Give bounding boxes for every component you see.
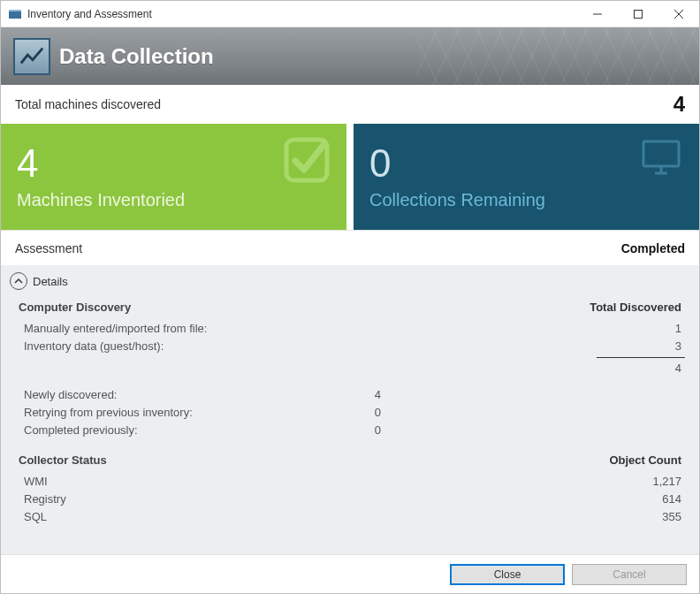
page-title: Data Collection bbox=[59, 44, 214, 69]
total-discovered-label: Total machines discovered bbox=[15, 97, 161, 111]
details-toggle[interactable] bbox=[10, 272, 27, 290]
assessment-status: Completed bbox=[621, 241, 685, 255]
tile-remaining-value: 0 bbox=[369, 144, 683, 183]
cancel-button: Cancel bbox=[572, 564, 687, 585]
tile-machines-inventoried: 4 Machines Inventoried bbox=[1, 124, 346, 230]
table-row: Manually entered/imported from file: 1 bbox=[19, 320, 685, 338]
row-label: Inventory data (guest/host): bbox=[19, 338, 346, 355]
table-row: Registry 614 bbox=[19, 491, 685, 508]
object-count-column-label: Object Count bbox=[381, 452, 685, 473]
row-value: 1 bbox=[381, 320, 685, 338]
row-label: Completed previously: bbox=[19, 422, 346, 439]
row-value: 614 bbox=[381, 491, 685, 508]
tile-remaining-caption: Collections Remaining bbox=[369, 190, 683, 210]
table-row: 4 bbox=[19, 360, 685, 377]
app-icon bbox=[8, 7, 22, 21]
section-computer-discovery: Computer Discovery Total Discovered Manu… bbox=[19, 299, 685, 439]
title-bar: Inventory and Assessment bbox=[1, 1, 699, 27]
row-value: 0 bbox=[346, 404, 381, 422]
total-discovered-row: Total machines discovered 4 bbox=[1, 85, 699, 124]
row-value: 4 bbox=[381, 360, 685, 377]
collector-heading: Collector Status bbox=[19, 452, 346, 469]
svg-rect-0 bbox=[9, 11, 21, 19]
window-title: Inventory and Assessment bbox=[27, 8, 152, 20]
table-row: WMI 1,217 bbox=[19, 473, 685, 491]
tile-collections-remaining: 0 Collections Remaining bbox=[354, 124, 699, 230]
close-button[interactable] bbox=[658, 1, 699, 27]
row-value: 355 bbox=[381, 508, 685, 526]
header-banner: Data Collection bbox=[1, 27, 699, 85]
monitor-icon bbox=[639, 136, 683, 183]
chart-line-icon bbox=[13, 38, 50, 75]
row-label: Retrying from previous inventory: bbox=[19, 404, 346, 422]
details-title: Details bbox=[33, 275, 68, 288]
row-label: Newly discovered: bbox=[19, 386, 346, 404]
row-label: WMI bbox=[19, 473, 346, 491]
maximize-button[interactable] bbox=[618, 1, 658, 27]
row-label: SQL bbox=[19, 508, 346, 526]
footer: Close Cancel bbox=[1, 554, 699, 593]
row-value: 4 bbox=[346, 386, 381, 404]
row-label: Registry bbox=[19, 491, 346, 508]
svg-rect-3 bbox=[635, 10, 643, 18]
total-discovered-value: 4 bbox=[673, 92, 685, 117]
banner-pattern bbox=[416, 27, 699, 85]
subtotal-rule bbox=[597, 357, 685, 358]
summary-tiles: 4 Machines Inventoried 0 Collections Rem… bbox=[1, 124, 699, 230]
svg-rect-7 bbox=[643, 141, 679, 166]
close-dialog-button[interactable]: Close bbox=[450, 564, 565, 585]
row-value: 0 bbox=[346, 422, 381, 439]
total-discovered-column-label: Total Discovered bbox=[381, 299, 685, 320]
row-label: Manually entered/imported from file: bbox=[19, 320, 346, 338]
table-row: Newly discovered: 4 bbox=[19, 386, 685, 404]
discovery-heading: Computer Discovery bbox=[19, 299, 346, 316]
section-collector-status: Collector Status Object Count WMI 1,217 … bbox=[19, 452, 685, 526]
assessment-row: Assessment Completed bbox=[1, 230, 699, 265]
row-value: 1,217 bbox=[381, 473, 685, 491]
assessment-label: Assessment bbox=[15, 241, 82, 255]
table-row: SQL 355 bbox=[19, 508, 685, 526]
details-panel: Details Computer Discovery Total Discove… bbox=[1, 265, 699, 554]
svg-rect-1 bbox=[9, 10, 21, 11]
row-value: 3 bbox=[381, 338, 685, 355]
table-row: Inventory data (guest/host): 3 bbox=[19, 338, 685, 355]
table-row: Completed previously: 0 bbox=[19, 422, 685, 439]
table-row: Retrying from previous inventory: 0 bbox=[19, 404, 685, 422]
tile-inventoried-caption: Machines Inventoried bbox=[17, 190, 331, 210]
checkmark-icon bbox=[283, 136, 331, 187]
minimize-button[interactable] bbox=[577, 1, 618, 27]
